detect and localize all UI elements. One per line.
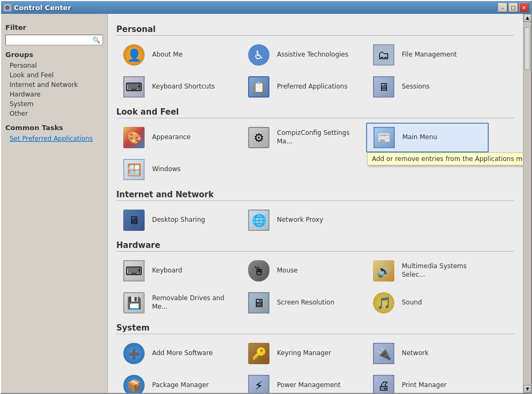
scrollbar[interactable]: ▲ ▼ xyxy=(523,14,531,393)
section-title-hardware: Hardware xyxy=(116,240,514,252)
item-assistive-technologies[interactable]: Assistive Technologies xyxy=(241,40,364,70)
sidebar: Filter 🔍 Groups Personal Look and Feel I… xyxy=(1,14,108,393)
maximize-button[interactable]: □ xyxy=(509,3,518,12)
filter-label: Filter xyxy=(5,23,103,31)
removable-drives-icon xyxy=(121,290,147,316)
item-about-me[interactable]: About Me xyxy=(116,40,239,70)
item-keyboard[interactable]: Keyboard xyxy=(116,256,239,286)
titlebar: ⚙ Control Center – □ ✕ xyxy=(1,1,531,14)
section-title-system: System xyxy=(116,323,514,334)
sidebar-item-personal[interactable]: Personal xyxy=(5,61,103,70)
file-management-label: File Management xyxy=(402,51,457,59)
item-removable-drives[interactable]: Removable Drives and Me... xyxy=(116,288,239,318)
sidebar-item-other[interactable]: Other xyxy=(5,109,103,118)
system-items-grid: Add More Software Keyring Manager Networ… xyxy=(116,339,514,393)
item-compiz-config[interactable]: CompizConfig Settings Ma... xyxy=(241,123,364,152)
scrollbar-thumb-area xyxy=(523,22,531,385)
multimedia-icon xyxy=(371,258,396,284)
item-desktop-sharing[interactable]: Desktop Sharing xyxy=(116,205,239,235)
scrollbar-thumb[interactable] xyxy=(524,27,530,70)
item-multimedia[interactable]: Multimedia Systems Selec... xyxy=(366,256,489,286)
windows-icon xyxy=(121,157,147,182)
main-content: Personal About Me Assistive Technologies… xyxy=(108,14,523,393)
main-menu-label: Main Menu xyxy=(402,133,437,142)
network-proxy-label: Network Proxy xyxy=(277,216,323,224)
desktop-sharing-label: Desktop Sharing xyxy=(152,216,205,224)
keyboard-icon xyxy=(121,258,147,284)
filter-input-wrapper[interactable]: 🔍 xyxy=(5,35,103,45)
item-network-proxy[interactable]: Network Proxy xyxy=(241,205,364,235)
removable-drives-label: Removable Drives and Me... xyxy=(152,294,234,311)
item-file-management[interactable]: File Management xyxy=(366,40,489,70)
item-power-management[interactable]: Power Management xyxy=(241,371,364,393)
hardware-items-grid: Keyboard Mouse Multimedia Systems Selec.… xyxy=(116,256,514,318)
network-label: Network xyxy=(402,349,428,358)
power-management-label: Power Management xyxy=(277,381,340,390)
sidebar-item-look-and-feel[interactable]: Look and Feel xyxy=(5,70,103,80)
sessions-icon xyxy=(371,74,396,100)
item-package-manager[interactable]: Package Manager xyxy=(116,371,239,393)
item-windows[interactable]: Windows xyxy=(116,155,239,184)
sound-icon xyxy=(371,290,396,316)
print-manager-icon xyxy=(371,373,396,393)
main-scrollable-area: Personal About Me Assistive Technologies… xyxy=(108,14,531,393)
titlebar-left: ⚙ Control Center xyxy=(3,3,71,12)
mouse-icon xyxy=(246,258,272,284)
item-preferred-applications[interactable]: Preferred Applications xyxy=(241,72,364,102)
personal-items-grid: About Me Assistive Technologies File Man… xyxy=(116,40,514,102)
scrollbar-up-button[interactable]: ▲ xyxy=(523,14,531,22)
filter-input[interactable] xyxy=(8,36,92,44)
screen-resolution-label: Screen Resolution xyxy=(277,299,335,307)
search-icon: 🔍 xyxy=(92,36,100,44)
close-button[interactable]: ✕ xyxy=(519,3,529,12)
preferred-applications-label: Preferred Applications xyxy=(277,83,347,91)
compiz-config-icon xyxy=(246,125,272,150)
compiz-config-label: CompizConfig Settings Ma... xyxy=(277,129,359,146)
sound-label: Sound xyxy=(402,299,422,307)
sidebar-groups: Personal Look and Feel Internet and Netw… xyxy=(5,61,103,118)
sidebar-item-hardware[interactable]: Hardware xyxy=(5,90,103,99)
sidebar-item-internet-network[interactable]: Internet and Network xyxy=(5,80,103,90)
item-print-manager[interactable]: Print Manager xyxy=(366,371,489,393)
appearance-icon xyxy=(121,125,147,150)
section-title-personal: Personal xyxy=(116,25,514,36)
add-software-icon xyxy=(121,341,147,366)
main-menu-tooltip: Add or remove entries from the Applicati… xyxy=(367,152,523,165)
preferred-applications-icon xyxy=(246,74,272,100)
set-preferred-applications-link[interactable]: Set Preferred Applications xyxy=(5,134,103,143)
minimize-button[interactable]: – xyxy=(498,3,507,12)
file-management-icon xyxy=(371,42,396,68)
item-sessions[interactable]: Sessions xyxy=(366,72,489,102)
internet-network-items-grid: Desktop Sharing Network Proxy xyxy=(116,205,514,235)
titlebar-buttons: – □ ✕ xyxy=(498,3,529,12)
item-network[interactable]: Network xyxy=(366,339,489,368)
keyring-manager-icon xyxy=(246,341,272,366)
section-title-look-feel: Look and Feel xyxy=(116,107,514,118)
appearance-label: Appearance xyxy=(152,133,190,142)
sidebar-item-system[interactable]: System xyxy=(5,99,103,109)
item-screen-resolution[interactable]: Screen Resolution xyxy=(241,288,364,318)
item-sound[interactable]: Sound xyxy=(366,288,489,318)
keyboard-shortcuts-label: Keyboard Shortcuts xyxy=(152,83,215,91)
assistive-technologies-icon xyxy=(246,42,272,68)
package-manager-icon xyxy=(121,373,147,393)
add-software-label: Add More Software xyxy=(152,349,213,358)
scrollbar-down-button[interactable]: ▼ xyxy=(523,385,531,393)
package-manager-label: Package Manager xyxy=(152,381,209,390)
keyboard-label: Keyboard xyxy=(152,267,182,275)
main-menu-icon xyxy=(371,125,397,150)
item-appearance[interactable]: Appearance xyxy=(116,123,239,152)
network-icon xyxy=(371,341,396,366)
keyboard-shortcuts-icon xyxy=(121,74,147,100)
item-keyring-manager[interactable]: Keyring Manager xyxy=(241,339,364,368)
content-area: Filter 🔍 Groups Personal Look and Feel I… xyxy=(1,14,531,393)
item-mouse[interactable]: Mouse xyxy=(241,256,364,286)
item-add-software[interactable]: Add More Software xyxy=(116,339,239,368)
screen-resolution-icon xyxy=(246,290,272,316)
section-title-internet-network: Internet and Network xyxy=(116,190,514,201)
window-icon: ⚙ xyxy=(3,3,12,12)
item-main-menu[interactable]: Main Menu Add or remove entries from the… xyxy=(366,123,489,152)
multimedia-label: Multimedia Systems Selec... xyxy=(402,262,484,279)
item-keyboard-shortcuts[interactable]: Keyboard Shortcuts xyxy=(116,72,239,102)
keyring-manager-label: Keyring Manager xyxy=(277,349,331,358)
